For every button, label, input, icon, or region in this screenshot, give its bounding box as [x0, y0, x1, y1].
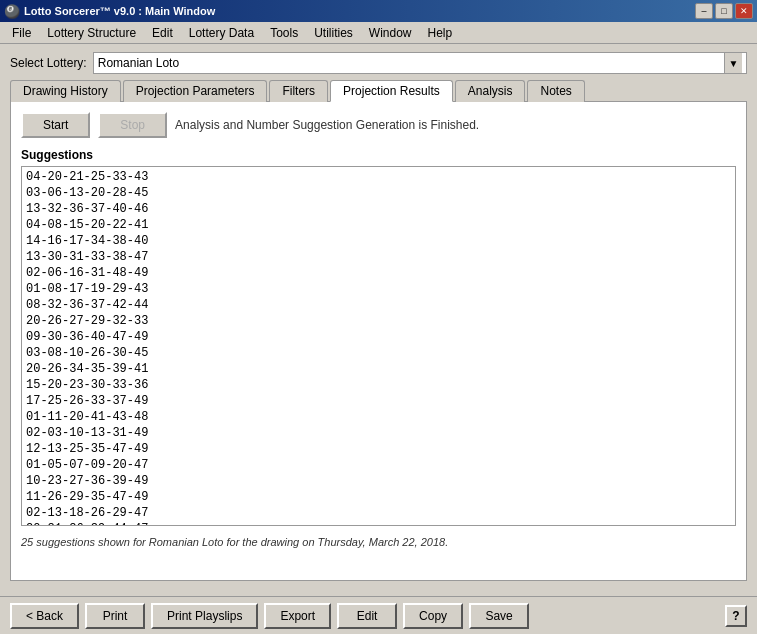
tab-projection-results[interactable]: Projection Results	[330, 80, 453, 102]
list-item: 02-13-18-26-29-47	[26, 505, 731, 521]
menu-lottery-structure[interactable]: Lottery Structure	[39, 22, 144, 43]
tab-analysis[interactable]: Analysis	[455, 80, 526, 102]
footer-status: 25 suggestions shown for Romanian Loto f…	[21, 532, 736, 552]
menu-edit[interactable]: Edit	[144, 22, 181, 43]
list-item: 03-06-13-20-28-45	[26, 185, 731, 201]
suggestions-box[interactable]: 04-20-21-25-33-4303-06-13-20-28-4513-32-…	[21, 166, 736, 526]
list-item: 20-26-27-29-32-33	[26, 313, 731, 329]
list-item: 09-30-36-40-47-49	[26, 329, 731, 345]
menu-utilities[interactable]: Utilities	[306, 22, 361, 43]
list-item: 13-30-31-33-38-47	[26, 249, 731, 265]
print-button[interactable]: Print	[85, 603, 145, 629]
list-item: 13-32-36-37-40-46	[26, 201, 731, 217]
list-item: 14-16-17-34-38-40	[26, 233, 731, 249]
tab-drawing-history[interactable]: Drawing History	[10, 80, 121, 102]
help-button[interactable]: ?	[725, 605, 747, 627]
list-item: 08-32-36-37-42-44	[26, 297, 731, 313]
list-item: 02-06-16-31-48-49	[26, 265, 731, 281]
export-button[interactable]: Export	[264, 603, 331, 629]
app-icon: 🎱	[4, 4, 20, 19]
title-bar: 🎱 Lotto Sorcerer™ v9.0 : Main Window – □…	[0, 0, 757, 22]
list-item: 01-11-20-41-43-48	[26, 409, 731, 425]
main-panel: Start Stop Analysis and Number Suggestio…	[10, 101, 747, 581]
save-button[interactable]: Save	[469, 603, 529, 629]
suggestions-label: Suggestions	[21, 148, 736, 162]
tab-bar: Drawing History Projection Parameters Fi…	[10, 80, 747, 102]
edit-button[interactable]: Edit	[337, 603, 397, 629]
menu-window[interactable]: Window	[361, 22, 420, 43]
app-title: Lotto Sorcerer™ v9.0 : Main Window	[24, 5, 215, 17]
lottery-combo-value: Romanian Loto	[98, 56, 179, 70]
list-item: 04-20-21-25-33-43	[26, 169, 731, 185]
action-row: Start Stop Analysis and Number Suggestio…	[21, 112, 736, 138]
bottom-bar: < Back Print Print Playslips Export Edit…	[0, 596, 757, 634]
list-item: 04-08-15-20-22-41	[26, 217, 731, 233]
tab-notes[interactable]: Notes	[527, 80, 584, 102]
menu-lottery-data[interactable]: Lottery Data	[181, 22, 262, 43]
start-button[interactable]: Start	[21, 112, 90, 138]
list-item: 20-26-34-35-39-41	[26, 361, 731, 377]
back-button[interactable]: < Back	[10, 603, 79, 629]
minimize-button[interactable]: –	[695, 3, 713, 19]
tab-filters[interactable]: Filters	[269, 80, 328, 102]
list-item: 11-26-29-35-47-49	[26, 489, 731, 505]
lottery-combo[interactable]: Romanian Loto ▼	[93, 52, 747, 74]
select-lottery-row: Select Lottery: Romanian Loto ▼	[10, 52, 747, 74]
list-item: 01-08-17-19-29-43	[26, 281, 731, 297]
list-item: 15-20-23-30-33-36	[26, 377, 731, 393]
list-item: 02-03-10-13-31-49	[26, 425, 731, 441]
combo-arrow-icon[interactable]: ▼	[724, 53, 742, 73]
list-item: 01-05-07-09-20-47	[26, 457, 731, 473]
copy-button[interactable]: Copy	[403, 603, 463, 629]
list-item: 20-31-36-39-44-47	[26, 521, 731, 526]
list-item: 12-13-25-35-47-49	[26, 441, 731, 457]
tab-projection-parameters[interactable]: Projection Parameters	[123, 80, 268, 102]
stop-button: Stop	[98, 112, 167, 138]
menu-help[interactable]: Help	[420, 22, 461, 43]
close-button[interactable]: ✕	[735, 3, 753, 19]
list-item: 17-25-26-33-37-49	[26, 393, 731, 409]
select-lottery-label: Select Lottery:	[10, 56, 87, 70]
main-content: Select Lottery: Romanian Loto ▼ Drawing …	[0, 44, 757, 589]
print-playslips-button[interactable]: Print Playslips	[151, 603, 258, 629]
menu-bar: File Lottery Structure Edit Lottery Data…	[0, 22, 757, 44]
list-item: 03-08-10-26-30-45	[26, 345, 731, 361]
list-item: 10-23-27-36-39-49	[26, 473, 731, 489]
menu-tools[interactable]: Tools	[262, 22, 306, 43]
status-text: Analysis and Number Suggestion Generatio…	[175, 118, 479, 132]
menu-file[interactable]: File	[4, 22, 39, 43]
maximize-button[interactable]: □	[715, 3, 733, 19]
